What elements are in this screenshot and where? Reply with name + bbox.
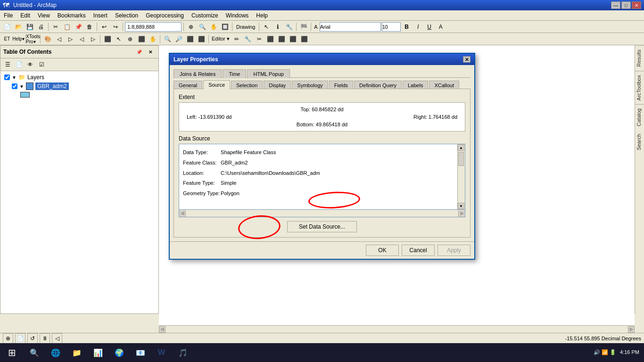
tab-html-popup[interactable]: HTML Popup [247,69,289,78]
taskbar-mail[interactable]: 📧 [130,343,151,362]
extent-right: Right: 1.764168 dd [413,114,457,120]
apply-button[interactable]: Apply [438,245,471,256]
taskbar-music[interactable]: 🎵 [172,343,193,362]
location-label: Location: [183,169,220,178]
datasource-row-featuretype: Feature Type: Simple [183,179,320,188]
datasource-row-datatype: Data Type: Shapefile Feature Class [183,148,320,157]
tab-time[interactable]: Time [223,69,246,78]
clock-time: 4:16 PM [620,349,639,356]
taskbar-word[interactable]: W [151,343,172,362]
datasource-table: Data Type: Shapefile Feature Class Featu… [182,147,321,199]
v-scroll-thumb[interactable] [458,152,464,166]
dialog-title: Layer Properties [173,56,218,63]
feature-class-label: Feature Class: [183,158,220,168]
datasource-section: Data Source Data Type: Shapefile Feature… [179,135,465,232]
tray-icons: 🔊 📶 🔋 [594,349,616,355]
h-scroll-right[interactable]: ▷ [458,210,465,217]
start-button[interactable]: ⊞ [0,343,24,362]
extent-bottom-row: Bottom: 49.865418 dd [187,122,457,127]
geometry-type-label: Geometry Type: [183,189,220,198]
extent-section: Extent Top: 60.845822 dd Left: -13.69139… [179,94,465,132]
extent-left: Left: -13.691390 dd [187,114,231,120]
tab-source[interactable]: Source [203,80,230,90]
feature-type-label: Feature Type: [183,179,220,188]
dialog-title-bar: Layer Properties ✕ [170,54,474,65]
extent-right-value: 1.764168 dd [429,114,457,120]
geometry-type-value: Polygon [221,189,320,198]
extent-bottom-label: Bottom: [297,122,314,127]
data-type-value: Shapefile Feature Class [221,148,320,157]
location-value: C:\Users\sehamilton\Downloads\GBR_adm [221,169,320,178]
taskbar-folder[interactable]: 📁 [66,343,87,362]
taskbar-maps[interactable]: 🌍 [108,343,130,362]
taskbar-explorer[interactable]: 🌐 [45,343,66,362]
taskbar: ⊞ 🔍 🌐 📁 📊 🌍 📧 W 🎵 🔊 📶 🔋 4:16 PM [0,343,644,362]
datasource-row-location: Location: C:\Users\sehamilton\Downloads\… [183,169,320,178]
h-scroll-left[interactable]: ◁ [179,210,186,217]
data-type-label: Data Type: [183,148,220,157]
v-scrollbar[interactable]: ▲ ▼ [457,144,465,209]
cancel-button[interactable]: Cancel [402,245,435,256]
taskbar-clock: 4:16 PM [620,349,639,356]
tab-row-top: Joins & Relates Time HTML Popup [173,69,471,78]
extent-left-label: Left: [187,114,197,120]
set-datasource-container: Set Data Source... [179,221,465,232]
feature-class-value: GBR_adm2 [221,158,320,168]
extent-top-row: Top: 60.845822 dd [187,107,457,112]
extent-right-label: Right: [413,114,427,120]
datasource-row-featureclass: Feature Class: GBR_adm2 [183,158,320,168]
tab-content: Extent Top: 60.845822 dd Left: -13.69139… [173,89,471,238]
taskbar-search[interactable]: 🔍 [24,343,45,362]
v-scroll-track[interactable] [458,151,465,203]
tab-row-bottom: General Source Selection Display Symbolo… [173,80,471,89]
extent-middle-row: Left: -13.691390 dd Right: 1.764168 dd [187,114,457,120]
extent-title: Extent [179,94,465,100]
dialog-overlay: Layer Properties ✕ Joins & Relates Time … [0,0,644,343]
datasource-content: Data Type: Shapefile Feature Class Featu… [179,144,465,202]
datasource-title: Data Source [179,135,465,142]
ok-button[interactable]: OK [366,245,399,256]
extent-top-label: Top: [300,107,310,112]
feature-type-value: Simple [221,179,320,188]
scroll-down-arrow[interactable]: ▼ [458,203,464,209]
h-scrollbar[interactable]: ◁ ▷ [179,210,465,217]
dialog-body: Joins & Relates Time HTML Popup General … [170,65,474,241]
dialog-footer: OK Cancel Apply [170,241,474,259]
datasource-box: Data Type: Shapefile Feature Class Featu… [179,144,465,210]
extent-bottom-value: 49.865418 dd [316,122,347,127]
extent-left-value: -13.691390 dd [198,114,231,120]
layer-properties-dialog: Layer Properties ✕ Joins & Relates Time … [169,53,475,260]
datasource-row-geometrytype: Geometry Type: Polygon [183,189,320,198]
taskbar-tray: 🔊 📶 🔋 4:16 PM [594,349,644,356]
extent-top-value: 60.845822 dd [312,107,343,112]
extent-box: Top: 60.845822 dd Left: -13.691390 dd Ri… [179,102,465,132]
scroll-up-arrow[interactable]: ▲ [458,144,464,151]
tab-joins-relates[interactable]: Joins & Relates [173,69,222,78]
dialog-close-btn[interactable]: ✕ [463,56,471,63]
taskbar-excel[interactable]: 📊 [87,343,108,362]
set-datasource-button[interactable]: Set Data Source... [287,221,357,232]
